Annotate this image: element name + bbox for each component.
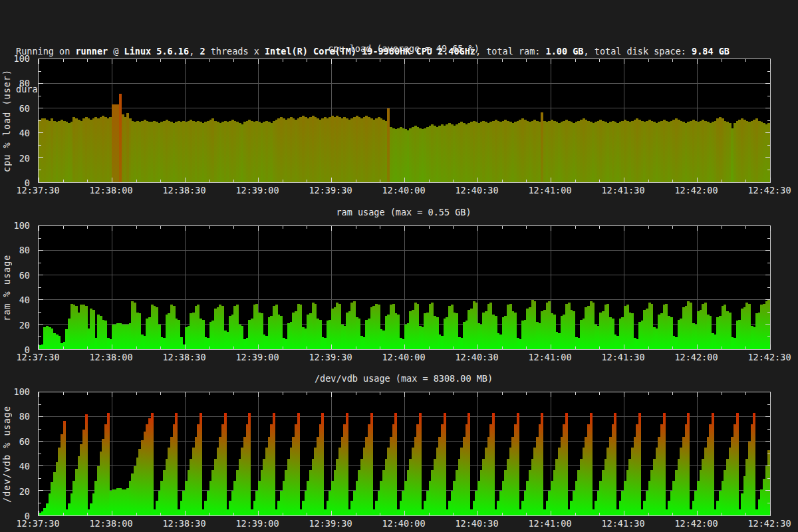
x-tick-label: 12:37:30	[16, 518, 59, 529]
y-tick-label: 40	[19, 129, 30, 138]
bar	[614, 413, 616, 515]
x-tick-label: 12:40:00	[382, 518, 425, 529]
x-axis-tick-labels: 12:37:3012:38:0012:38:3012:39:0012:39:30…	[38, 352, 769, 362]
y-tick-label: 60	[19, 271, 30, 279]
bar	[151, 413, 154, 515]
y-axis-tick-labels: 020406080100	[0, 392, 34, 516]
x-tick-label: 12:40:00	[382, 352, 425, 362]
ram-usage-chart: ram usage (max = 0.55 GB) ram % usage 02…	[0, 207, 798, 370]
x-tick-label: 12:38:00	[89, 518, 132, 529]
bar	[767, 450, 770, 515]
x-tick-label: 12:38:30	[162, 352, 205, 362]
bar	[753, 413, 755, 515]
x-tick-label: 12:39:00	[235, 185, 279, 196]
cpu-load-chart: cpu load (average = 49.65 %) cpu % load …	[0, 43, 798, 207]
y-axis-tick-labels: 020406080100	[0, 225, 34, 350]
tick-mark	[770, 511, 771, 515]
x-tick-label: 12:42:00	[674, 352, 718, 362]
y-tick-label: 20	[19, 321, 30, 329]
x-axis-tick-labels: 12:37:3012:38:0012:38:3012:39:0012:39:30…	[38, 185, 769, 196]
y-tick-label: 40	[19, 296, 30, 305]
tick-mark	[770, 226, 771, 231]
bar	[687, 413, 690, 515]
bar	[517, 413, 519, 515]
x-tick-label: 12:41:00	[528, 518, 571, 529]
y-tick-label: 100	[14, 221, 30, 230]
bar	[444, 413, 446, 515]
y-tick-label: 80	[19, 246, 30, 255]
x-tick-label: 12:41:00	[528, 352, 571, 362]
x-tick-label: 12:40:00	[382, 185, 425, 196]
bar	[224, 413, 227, 515]
x-tick-label: 12:42:30	[747, 352, 791, 362]
bar	[590, 413, 593, 515]
tick-mark	[770, 178, 771, 182]
bar	[736, 413, 739, 515]
y-tick-label: 100	[14, 55, 30, 63]
x-tick-label: 12:41:30	[601, 185, 644, 196]
y-tick-label: 80	[19, 79, 30, 88]
x-tick-label: 12:39:00	[235, 352, 279, 362]
bar	[175, 413, 178, 515]
x-tick-label: 12:39:30	[309, 185, 352, 196]
x-tick-label: 12:40:30	[455, 518, 498, 529]
chart-title: /dev/vdb usage (max = 8308.00 MB)	[38, 373, 769, 384]
bar	[638, 413, 641, 515]
bar	[321, 413, 324, 515]
bar-series	[39, 59, 770, 182]
y-tick-label: 60	[19, 104, 30, 112]
y-tick-label: 100	[14, 388, 30, 396]
x-tick-label: 12:38:30	[162, 518, 205, 529]
y-axis-tick-labels: 020406080100	[0, 59, 34, 183]
tick-mark	[770, 392, 771, 397]
x-tick-label: 12:37:30	[16, 185, 59, 196]
disk-usage-chart: /dev/vdb usage (max = 8308.00 MB) /dev/v…	[0, 373, 798, 532]
x-tick-label: 12:41:30	[601, 518, 644, 529]
x-tick-label: 12:38:00	[89, 185, 132, 196]
x-tick-label: 12:42:30	[747, 185, 791, 196]
bar	[273, 413, 275, 515]
y-tick-label: 20	[19, 154, 30, 162]
chart-title: ram usage (max = 0.55 GB)	[38, 207, 769, 217]
bar	[248, 413, 251, 515]
x-axis-tick-labels: 12:37:3012:38:0012:38:3012:39:0012:39:30…	[38, 518, 769, 529]
bar	[467, 413, 470, 515]
x-tick-label: 12:40:30	[455, 185, 498, 196]
bar	[297, 413, 300, 515]
x-tick-label: 12:38:00	[89, 352, 132, 362]
y-tick-label: 20	[19, 487, 30, 495]
bar	[394, 413, 397, 515]
x-tick-label: 12:42:30	[747, 518, 791, 529]
x-tick-label: 12:41:30	[601, 352, 644, 362]
bar	[200, 413, 202, 515]
bar	[712, 413, 714, 515]
bar	[370, 413, 373, 515]
x-tick-label: 12:42:00	[674, 518, 718, 529]
bar	[346, 413, 348, 515]
x-tick-label: 12:39:30	[309, 518, 352, 529]
x-tick-label: 12:42:00	[674, 185, 718, 196]
bar	[419, 413, 422, 515]
x-tick-label: 12:40:30	[455, 352, 498, 362]
plot-area	[38, 225, 771, 350]
x-tick-label: 12:39:30	[309, 352, 352, 362]
tick-mark	[770, 344, 771, 349]
bar	[663, 413, 666, 515]
bar	[85, 414, 88, 515]
bar	[63, 421, 66, 515]
bar-series	[39, 392, 770, 515]
monitoring-dashboard: Running on runner @ Linux 5.6.16, 2 thre…	[0, 0, 798, 532]
bar	[767, 300, 770, 349]
x-tick-label: 12:39:00	[235, 518, 279, 529]
bar	[492, 413, 495, 515]
y-tick-label: 40	[19, 462, 30, 471]
plot-area	[38, 59, 771, 183]
x-tick-label: 12:41:00	[528, 185, 571, 196]
bar	[767, 123, 770, 182]
chart-title: cpu load (average = 49.65 %)	[38, 43, 769, 54]
bar	[541, 413, 543, 515]
bar	[565, 413, 568, 515]
plot-area	[38, 392, 771, 516]
x-tick-label: 12:37:30	[16, 352, 59, 362]
tick-mark	[770, 59, 771, 64]
